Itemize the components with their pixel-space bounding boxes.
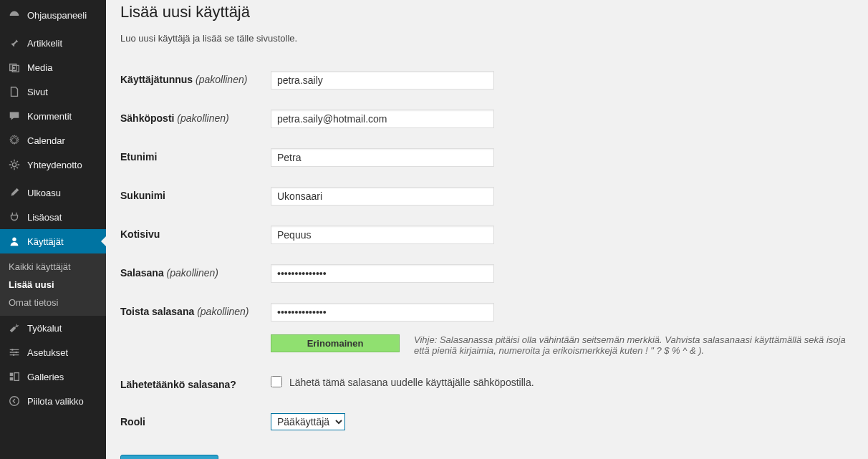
label-password2: Toista salasana (pakollinen) — [120, 293, 264, 332]
main-content: Lisää uusi käyttäjä Luo uusi käyttäjä ja… — [106, 0, 868, 459]
submenu-item-add-new[interactable]: Lisää uusi — [0, 276, 106, 294]
sidebar-item-label: Piilota valikko — [27, 396, 84, 407]
submenu-item-your-profile[interactable]: Omat tietosi — [0, 294, 106, 311]
sidebar-item-dashboard[interactable]: Ohjauspaneeli — [0, 3, 106, 27]
sidebar-item-galleries[interactable]: Galleries — [0, 364, 106, 389]
svg-rect-7 — [10, 377, 14, 381]
sidebar-item-label: Ohjauspaneeli — [27, 10, 87, 21]
svg-point-5 — [13, 354, 15, 356]
firstname-input[interactable] — [271, 148, 494, 167]
email-input[interactable] — [271, 110, 494, 128]
brush-icon — [7, 185, 21, 200]
label-role: Rooli — [120, 403, 264, 440]
svg-point-1 — [12, 163, 16, 166]
sidebar-item-label: Media — [27, 62, 52, 73]
sidebar-item-contact[interactable]: Yhteydenotto — [0, 153, 106, 177]
sidebar-item-media[interactable]: Media — [0, 55, 106, 79]
svg-point-9 — [10, 397, 19, 406]
label-password: Salasana (pakollinen) — [120, 254, 264, 293]
sidebar-item-label: Työkalut — [27, 323, 62, 334]
sidebar-item-label: Sivut — [27, 87, 48, 97]
sidebar-item-label: Yhteydenotto — [27, 160, 82, 170]
sidebar-item-comments[interactable]: Kommentit — [0, 104, 106, 128]
collapse-icon — [7, 394, 21, 408]
gallery-icon — [7, 369, 21, 384]
admin-sidebar: Ohjauspaneeli Artikkelit Media Sivut Kom… — [0, 0, 106, 459]
page-title: Lisää uusi käyttäjä — [120, 0, 854, 24]
sidebar-item-label: Käyttäjät — [27, 236, 64, 247]
sidebar-item-plugins[interactable]: Lisäosat — [0, 205, 106, 229]
sendpw-checkbox[interactable] — [271, 376, 282, 387]
pin-icon — [7, 36, 21, 50]
sidebar-item-collapse[interactable]: Piilota valikko — [0, 389, 106, 413]
sidebar-item-tools[interactable]: Työkalut — [0, 316, 106, 340]
lastname-input[interactable] — [271, 187, 494, 206]
user-icon — [7, 234, 21, 248]
sidebar-item-users[interactable]: Käyttäjät — [0, 229, 106, 253]
user-form: Käyttäjätunnus (pakollinen) Sähköposti (… — [120, 61, 854, 440]
svg-rect-8 — [14, 373, 19, 381]
submenu-item-all-users[interactable]: Kaikki käyttäjät — [0, 258, 106, 276]
password2-input[interactable] — [271, 303, 494, 322]
gear-icon — [7, 158, 21, 172]
sidebar-item-posts[interactable]: Artikkelit — [0, 31, 106, 55]
label-email: Sähköposti (pakollinen) — [120, 100, 264, 138]
sidebar-item-settings[interactable]: Asetukset — [0, 340, 106, 364]
label-lastname: Sukunimi — [120, 177, 264, 216]
svg-rect-6 — [10, 373, 14, 377]
wrench-icon — [7, 321, 21, 335]
label-sendpw: Lähetetäänkö salasana? — [120, 366, 264, 403]
svg-point-2 — [12, 238, 16, 241]
page-subtitle: Luo uusi käyttäjä ja lisää se tälle sivu… — [120, 33, 854, 44]
gear-icon — [7, 133, 21, 148]
sidebar-item-label: Galleries — [27, 372, 64, 382]
sendpw-label[interactable]: Lähetä tämä salasana uudelle käyttäjälle… — [271, 377, 534, 388]
password-hint: Vihje: Salasanassa pitäisi olla vähintää… — [414, 334, 847, 356]
label-username: Käyttäjätunnus (pakollinen) — [120, 61, 264, 100]
label-website: Kotisivu — [120, 216, 264, 254]
svg-point-0 — [12, 67, 15, 69]
password-input[interactable] — [271, 264, 494, 283]
sidebar-item-appearance[interactable]: Ulkoasu — [0, 180, 106, 205]
comment-icon — [7, 109, 21, 123]
sidebar-item-label: Lisäosat — [27, 212, 62, 223]
sidebar-submenu-users: Kaikki käyttäjät Lisää uusi Omat tietosi — [0, 253, 106, 316]
sidebar-item-label: Artikkelit — [27, 38, 62, 49]
svg-point-4 — [15, 352, 17, 354]
plug-icon — [7, 210, 21, 224]
media-icon — [7, 60, 21, 74]
page-icon — [7, 84, 21, 99]
website-input[interactable] — [271, 226, 494, 244]
svg-point-3 — [11, 349, 14, 351]
sidebar-item-calendar[interactable]: Calendar — [0, 128, 106, 153]
submit-button[interactable]: Lisää uusi käyttäjä — [120, 455, 218, 459]
sliders-icon — [7, 345, 21, 359]
sidebar-item-label: Ulkoasu — [27, 188, 61, 198]
username-input[interactable] — [271, 71, 494, 90]
sidebar-item-label: Asetukset — [27, 347, 68, 358]
label-firstname: Etunimi — [120, 138, 264, 177]
dashboard-icon — [7, 8, 21, 22]
password-strength-indicator: Erinomainen — [271, 334, 400, 352]
sidebar-item-label: Kommentit — [27, 111, 72, 122]
role-select[interactable]: Pääkäyttäjä — [271, 413, 345, 430]
sidebar-item-label: Calendar — [27, 135, 65, 146]
sidebar-item-pages[interactable]: Sivut — [0, 79, 106, 104]
